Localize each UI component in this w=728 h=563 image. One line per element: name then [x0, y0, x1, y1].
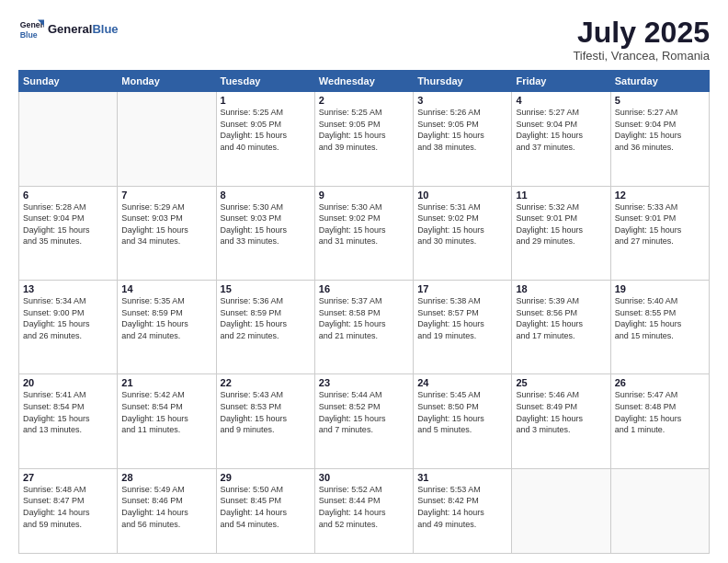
day-info: Sunrise: 5:35 AM Sunset: 8:59 PM Dayligh… — [121, 295, 211, 341]
table-row: 14Sunrise: 5:35 AM Sunset: 8:59 PM Dayli… — [118, 281, 216, 374]
day-info: Sunrise: 5:36 AM Sunset: 8:59 PM Dayligh… — [221, 295, 311, 341]
day-info: Sunrise: 5:41 AM Sunset: 8:54 PM Dayligh… — [23, 389, 113, 435]
page: General Blue GeneralBlue July 2025 Tifes… — [0, 0, 728, 563]
day-number: 17 — [417, 283, 507, 294]
day-info: Sunrise: 5:29 AM Sunset: 9:03 PM Dayligh… — [121, 201, 211, 247]
day-info: Sunrise: 5:27 AM Sunset: 9:04 PM Dayligh… — [516, 107, 606, 153]
calendar-header-row: Sunday Monday Tuesday Wednesday Thursday… — [19, 71, 710, 92]
day-number: 22 — [221, 377, 311, 388]
day-number: 31 — [417, 472, 507, 483]
day-number: 24 — [417, 377, 507, 388]
col-wednesday: Wednesday — [314, 71, 413, 92]
table-row: 15Sunrise: 5:36 AM Sunset: 8:59 PM Dayli… — [216, 281, 314, 374]
svg-text:Blue: Blue — [20, 30, 38, 40]
table-row — [610, 468, 709, 553]
day-info: Sunrise: 5:52 AM Sunset: 8:44 PM Dayligh… — [319, 484, 409, 530]
table-row: 26Sunrise: 5:47 AM Sunset: 8:48 PM Dayli… — [610, 374, 709, 468]
day-info: Sunrise: 5:39 AM Sunset: 8:56 PM Dayligh… — [516, 295, 606, 341]
day-info: Sunrise: 5:53 AM Sunset: 8:42 PM Dayligh… — [417, 484, 507, 530]
table-row: 2Sunrise: 5:25 AM Sunset: 9:05 PM Daylig… — [314, 92, 413, 186]
table-row: 31Sunrise: 5:53 AM Sunset: 8:42 PM Dayli… — [414, 468, 512, 553]
day-number: 1 — [221, 95, 311, 106]
day-info: Sunrise: 5:30 AM Sunset: 9:02 PM Dayligh… — [319, 201, 409, 247]
table-row: 13Sunrise: 5:34 AM Sunset: 9:00 PM Dayli… — [19, 281, 118, 374]
day-info: Sunrise: 5:46 AM Sunset: 8:49 PM Dayligh… — [516, 389, 606, 435]
day-number: 15 — [221, 283, 311, 294]
day-info: Sunrise: 5:49 AM Sunset: 8:46 PM Dayligh… — [121, 484, 211, 530]
week-row-3: 13Sunrise: 5:34 AM Sunset: 9:00 PM Dayli… — [19, 281, 710, 374]
table-row: 1Sunrise: 5:25 AM Sunset: 9:05 PM Daylig… — [216, 92, 314, 186]
day-info: Sunrise: 5:26 AM Sunset: 9:05 PM Dayligh… — [417, 107, 507, 153]
day-number: 9 — [319, 190, 409, 201]
day-info: Sunrise: 5:48 AM Sunset: 8:47 PM Dayligh… — [23, 484, 113, 530]
header: General Blue GeneralBlue July 2025 Tifes… — [18, 17, 710, 63]
table-row: 7Sunrise: 5:29 AM Sunset: 9:03 PM Daylig… — [118, 186, 216, 280]
day-info: Sunrise: 5:38 AM Sunset: 8:57 PM Dayligh… — [417, 295, 507, 341]
day-info: Sunrise: 5:40 AM Sunset: 8:55 PM Dayligh… — [615, 295, 705, 341]
day-info: Sunrise: 5:37 AM Sunset: 8:58 PM Dayligh… — [319, 295, 409, 341]
table-row: 29Sunrise: 5:50 AM Sunset: 8:45 PM Dayli… — [216, 468, 314, 553]
main-title: July 2025 — [573, 17, 710, 49]
day-info: Sunrise: 5:28 AM Sunset: 9:04 PM Dayligh… — [23, 201, 113, 247]
table-row: 22Sunrise: 5:43 AM Sunset: 8:53 PM Dayli… — [216, 374, 314, 468]
week-row-4: 20Sunrise: 5:41 AM Sunset: 8:54 PM Dayli… — [19, 374, 710, 468]
table-row: 12Sunrise: 5:33 AM Sunset: 9:01 PM Dayli… — [610, 186, 709, 280]
table-row: 4Sunrise: 5:27 AM Sunset: 9:04 PM Daylig… — [512, 92, 610, 186]
col-monday: Monday — [118, 71, 216, 92]
table-row: 19Sunrise: 5:40 AM Sunset: 8:55 PM Dayli… — [610, 281, 709, 374]
title-block: July 2025 Tifesti, Vrancea, Romania — [573, 17, 710, 63]
table-row: 17Sunrise: 5:38 AM Sunset: 8:57 PM Dayli… — [414, 281, 512, 374]
day-number: 2 — [319, 95, 409, 106]
logo-icon: General Blue — [18, 17, 44, 42]
day-number: 12 — [615, 190, 705, 201]
subtitle: Tifesti, Vrancea, Romania — [573, 49, 710, 63]
day-number: 23 — [319, 377, 409, 388]
day-number: 11 — [516, 190, 606, 201]
table-row: 20Sunrise: 5:41 AM Sunset: 8:54 PM Dayli… — [19, 374, 118, 468]
table-row: 27Sunrise: 5:48 AM Sunset: 8:47 PM Dayli… — [19, 468, 118, 553]
day-info: Sunrise: 5:50 AM Sunset: 8:45 PM Dayligh… — [221, 484, 311, 530]
day-info: Sunrise: 5:42 AM Sunset: 8:54 PM Dayligh… — [121, 389, 211, 435]
day-number: 27 — [23, 472, 113, 483]
day-info: Sunrise: 5:30 AM Sunset: 9:03 PM Dayligh… — [221, 201, 311, 247]
table-row: 10Sunrise: 5:31 AM Sunset: 9:02 PM Dayli… — [414, 186, 512, 280]
day-info: Sunrise: 5:31 AM Sunset: 9:02 PM Dayligh… — [417, 201, 507, 247]
day-number: 8 — [221, 190, 311, 201]
col-saturday: Saturday — [610, 71, 709, 92]
day-info: Sunrise: 5:45 AM Sunset: 8:50 PM Dayligh… — [417, 389, 507, 435]
col-tuesday: Tuesday — [216, 71, 314, 92]
day-number: 29 — [221, 472, 311, 483]
table-row: 23Sunrise: 5:44 AM Sunset: 8:52 PM Dayli… — [314, 374, 413, 468]
day-number: 3 — [417, 95, 507, 106]
day-info: Sunrise: 5:47 AM Sunset: 8:48 PM Dayligh… — [615, 389, 705, 435]
day-number: 26 — [615, 377, 705, 388]
table-row: 5Sunrise: 5:27 AM Sunset: 9:04 PM Daylig… — [610, 92, 709, 186]
week-row-1: 1Sunrise: 5:25 AM Sunset: 9:05 PM Daylig… — [19, 92, 710, 186]
logo-line1: GeneralBlue — [48, 23, 119, 36]
table-row: 11Sunrise: 5:32 AM Sunset: 9:01 PM Dayli… — [512, 186, 610, 280]
day-number: 20 — [23, 377, 113, 388]
week-row-2: 6Sunrise: 5:28 AM Sunset: 9:04 PM Daylig… — [19, 186, 710, 280]
day-number: 6 — [23, 190, 113, 201]
table-row: 16Sunrise: 5:37 AM Sunset: 8:58 PM Dayli… — [314, 281, 413, 374]
day-info: Sunrise: 5:33 AM Sunset: 9:01 PM Dayligh… — [615, 201, 705, 247]
day-info: Sunrise: 5:25 AM Sunset: 9:05 PM Dayligh… — [319, 107, 409, 153]
day-number: 4 — [516, 95, 606, 106]
col-thursday: Thursday — [414, 71, 512, 92]
day-number: 25 — [516, 377, 606, 388]
table-row: 6Sunrise: 5:28 AM Sunset: 9:04 PM Daylig… — [19, 186, 118, 280]
table-row: 21Sunrise: 5:42 AM Sunset: 8:54 PM Dayli… — [118, 374, 216, 468]
day-number: 18 — [516, 283, 606, 294]
logo: General Blue GeneralBlue — [18, 17, 119, 42]
table-row: 24Sunrise: 5:45 AM Sunset: 8:50 PM Dayli… — [414, 374, 512, 468]
day-number: 19 — [615, 283, 705, 294]
table-row — [19, 92, 118, 186]
day-info: Sunrise: 5:27 AM Sunset: 9:04 PM Dayligh… — [615, 107, 705, 153]
table-row: 8Sunrise: 5:30 AM Sunset: 9:03 PM Daylig… — [216, 186, 314, 280]
col-friday: Friday — [512, 71, 610, 92]
table-row: 30Sunrise: 5:52 AM Sunset: 8:44 PM Dayli… — [314, 468, 413, 553]
table-row — [118, 92, 216, 186]
day-number: 30 — [319, 472, 409, 483]
day-info: Sunrise: 5:25 AM Sunset: 9:05 PM Dayligh… — [221, 107, 311, 153]
calendar-table: Sunday Monday Tuesday Wednesday Thursday… — [18, 70, 710, 554]
